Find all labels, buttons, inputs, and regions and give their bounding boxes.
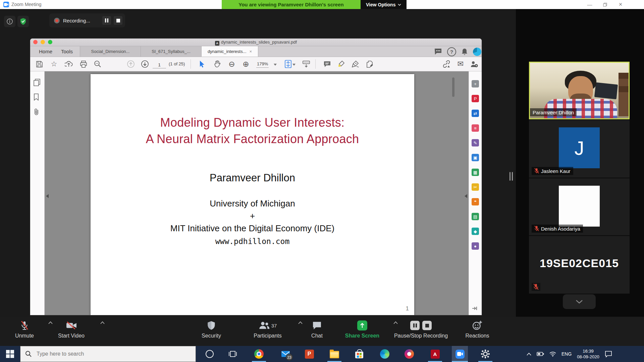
wifi-icon[interactable] xyxy=(549,352,556,357)
reactions-button[interactable]: Reactions xyxy=(459,319,496,339)
snapshot-icon[interactable]: ✂ xyxy=(472,183,479,191)
export-pdf-icon[interactable]: P xyxy=(472,95,479,102)
attachments-panel-icon[interactable] xyxy=(34,108,40,116)
participant-tile-denish[interactable]: Denish Asodariya xyxy=(529,178,630,235)
taskbar-clock[interactable]: 16:39 08-09-2020 xyxy=(577,348,599,360)
collapse-right-icon[interactable] xyxy=(464,192,468,200)
stop-recording-icon[interactable] xyxy=(422,321,432,330)
participant-tile-paramveer[interactable]: Paramveer Dhillon xyxy=(529,62,630,119)
collapse-left-icon[interactable] xyxy=(45,192,49,200)
taskbar-acrobat[interactable]: A xyxy=(427,346,443,362)
share-collab-icon[interactable]: ● xyxy=(472,242,479,250)
meeting-info-button[interactable] xyxy=(4,16,15,27)
chat-button[interactable]: Chat xyxy=(302,319,332,339)
next-page-button[interactable] xyxy=(141,60,149,68)
email-button[interactable]: ✉ xyxy=(456,60,465,68)
comment-tool-icon[interactable]: ❝ xyxy=(472,198,479,205)
doc-tab-syllabus[interactable]: SI_671_Syllabus_... xyxy=(141,46,202,57)
taskbar-settings[interactable] xyxy=(477,346,493,362)
tab-tools[interactable]: Tools xyxy=(57,46,77,57)
stop-recording-button[interactable] xyxy=(114,16,122,25)
zoom-in-button[interactable]: ⊕ xyxy=(241,60,250,68)
presentation-mode-button[interactable] xyxy=(302,60,311,68)
taskbar-mail[interactable]: 23 xyxy=(277,346,293,362)
pause-recording-icon[interactable] xyxy=(410,321,420,330)
print-button[interactable] xyxy=(79,60,88,68)
share-screen-button[interactable]: Share Screen xyxy=(337,319,387,339)
battery-icon[interactable] xyxy=(537,352,544,356)
unmute-button[interactable]: Unmute xyxy=(6,319,43,339)
comment-button[interactable] xyxy=(323,60,331,68)
taskbar-office[interactable] xyxy=(401,346,417,362)
protect-icon[interactable]: ◆ xyxy=(472,228,479,235)
taskbar-powerpoint[interactable]: P xyxy=(301,346,317,362)
link-button[interactable] xyxy=(442,60,451,68)
participant-tile-19se02ce015[interactable]: 19SE02CE015 xyxy=(529,236,630,294)
pages-panel-icon[interactable] xyxy=(34,79,40,86)
pdf-titlebar[interactable]: Adynamic_interests_slides_ppsavani.pdf xyxy=(30,39,482,46)
expand-panel-icon[interactable] xyxy=(472,306,477,310)
convert-file-icon[interactable]: ⇄ xyxy=(472,110,479,117)
help-icon[interactable]: ? xyxy=(447,47,456,56)
highlight-button[interactable] xyxy=(337,60,345,68)
security-button[interactable]: Security xyxy=(191,319,231,339)
pause-recording-button[interactable] xyxy=(102,16,111,25)
zoom-out-button[interactable]: ⊖ xyxy=(227,60,236,68)
taskbar-search[interactable] xyxy=(20,346,196,362)
taskbar-chrome[interactable] xyxy=(251,346,267,362)
tray-expand-icon[interactable] xyxy=(527,353,531,356)
bell-icon[interactable] xyxy=(461,48,468,55)
fit-dropdown-icon[interactable] xyxy=(292,64,296,66)
zoom-dropdown-icon[interactable] xyxy=(274,64,277,66)
close-button[interactable]: × xyxy=(613,0,628,9)
language-indicator[interactable]: ENG xyxy=(561,351,572,357)
minimize-button[interactable]: — xyxy=(582,0,597,9)
search-input[interactable] xyxy=(36,351,178,357)
save-button[interactable] xyxy=(35,60,44,68)
encryption-shield-button[interactable] xyxy=(17,16,29,27)
taskbar-store[interactable] xyxy=(351,346,367,362)
chevron-up-icon[interactable] xyxy=(100,321,105,324)
pause-stop-recording-button[interactable]: Pause/Stop Recording xyxy=(389,319,453,339)
tab-home[interactable]: Home xyxy=(35,46,56,57)
edit-text-icon[interactable]: ✎ xyxy=(472,139,479,146)
participant-tile-jasleen[interactable]: J Jasleen Kaur xyxy=(529,120,630,178)
panel-resize-handle[interactable] xyxy=(509,172,513,181)
taskbar-zoom-active[interactable] xyxy=(452,346,468,362)
scroll-participants-button[interactable] xyxy=(563,294,596,309)
edit-page-button[interactable] xyxy=(365,60,374,68)
comments-icon[interactable] xyxy=(434,48,442,55)
document-canvas[interactable]: Modeling Dynamic User Interests: A Neura… xyxy=(45,71,469,315)
restore-button[interactable] xyxy=(597,0,613,9)
sign-button[interactable] xyxy=(351,60,360,68)
organize-pages-icon[interactable]: ≡ xyxy=(472,124,479,132)
start-button[interactable] xyxy=(2,346,18,362)
search-zoom-button[interactable] xyxy=(93,60,102,68)
hand-tool-button[interactable] xyxy=(213,60,221,68)
previous-page-button[interactable] xyxy=(126,60,135,68)
account-avatar[interactable] xyxy=(473,48,481,56)
to-spreadsheet-icon[interactable]: ▦ xyxy=(472,169,479,176)
view-options-button[interactable]: View Options xyxy=(361,0,407,9)
print-slides-icon[interactable]: ▤ xyxy=(472,213,479,220)
taskbar-file-explorer[interactable] xyxy=(326,346,342,362)
task-view-button[interactable] xyxy=(225,346,241,362)
fit-page-button[interactable] xyxy=(284,60,292,68)
taskbar-edge[interactable] xyxy=(377,346,393,362)
scrollbar-thumb[interactable] xyxy=(452,77,454,97)
bookmarks-panel-icon[interactable] xyxy=(34,94,39,101)
close-tab-icon[interactable]: × xyxy=(250,49,252,54)
participants-button[interactable]: 37 Participants xyxy=(241,319,294,339)
export-image-icon[interactable]: ▣ xyxy=(472,154,479,161)
doc-tab-dynamic-interests[interactable]: dynamic_interests...× xyxy=(201,46,258,57)
cortana-button[interactable] xyxy=(202,346,218,362)
action-center-icon[interactable] xyxy=(605,351,612,357)
page-number-input[interactable] xyxy=(153,61,166,68)
doc-tab-social-dimension[interactable]: Social_Dimension... xyxy=(80,46,141,57)
select-tool-button[interactable] xyxy=(198,60,207,68)
search-plus-icon[interactable]: + xyxy=(472,80,479,87)
share-cloud-button[interactable] xyxy=(64,60,73,68)
zoom-level-value[interactable]: 179% xyxy=(256,61,269,68)
favorite-button[interactable]: ☆ xyxy=(50,60,58,68)
start-video-button[interactable]: Start Video xyxy=(47,319,96,339)
